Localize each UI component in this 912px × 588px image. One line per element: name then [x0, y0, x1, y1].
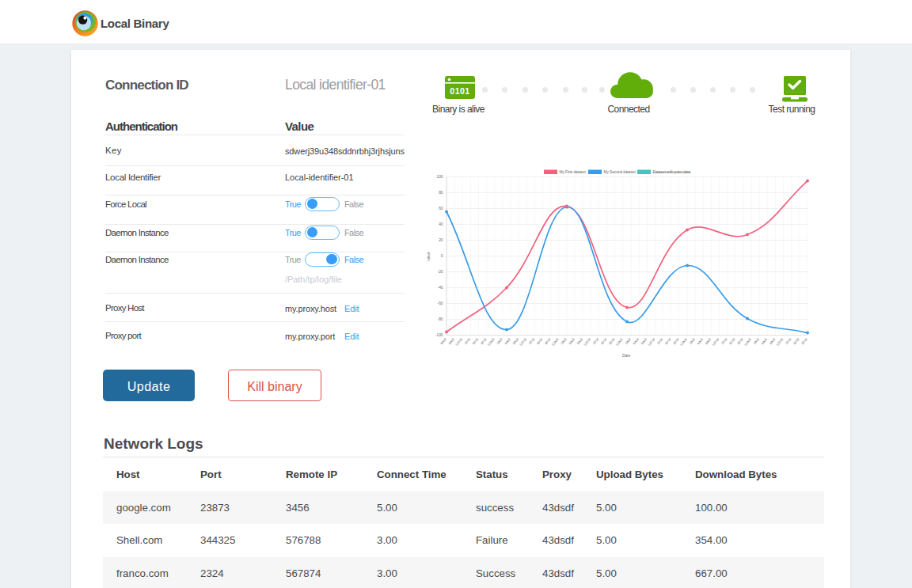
- svg-text:80: 80: [439, 191, 443, 195]
- svg-text:3PM: 3PM: [720, 337, 728, 345]
- svg-text:-20: -20: [438, 270, 443, 274]
- svg-text:12AM: 12AM: [551, 337, 560, 347]
- svg-text:My Second dataset: My Second dataset: [604, 170, 636, 174]
- svg-text:12PM: 12PM: [711, 337, 720, 347]
- svg-text:40: 40: [439, 222, 443, 226]
- svg-text:100: 100: [436, 175, 443, 179]
- svg-text:6AM: 6AM: [568, 337, 576, 345]
- svg-text:12PM: 12PM: [647, 337, 656, 347]
- svg-text:6PM: 6PM: [472, 337, 480, 345]
- svg-text:3PM: 3PM: [656, 337, 664, 345]
- svg-text:60: 60: [439, 207, 443, 211]
- svg-text:6AM: 6AM: [439, 337, 447, 345]
- svg-text:3AM: 3AM: [688, 337, 696, 345]
- svg-text:Date: Date: [622, 354, 630, 358]
- svg-text:value: value: [427, 252, 431, 261]
- svg-text:-100: -100: [435, 333, 443, 337]
- svg-text:20: 20: [439, 238, 443, 242]
- svg-text:12PM: 12PM: [454, 337, 463, 347]
- svg-text:6AM: 6AM: [504, 337, 511, 345]
- svg-text:6PM: 6PM: [664, 337, 672, 345]
- svg-text:-60: -60: [438, 302, 443, 305]
- svg-text:6AM: 6AM: [697, 337, 705, 345]
- svg-text:3AM: 3AM: [560, 337, 568, 345]
- svg-text:12AM: 12AM: [487, 337, 496, 347]
- svg-text:-40: -40: [438, 286, 443, 290]
- svg-text:12AM: 12AM: [679, 337, 688, 347]
- svg-text:6AM: 6AM: [632, 337, 640, 345]
- svg-text:6PM: 6PM: [792, 337, 800, 345]
- svg-text:12AM: 12AM: [743, 337, 752, 347]
- svg-text:3PM: 3PM: [464, 337, 472, 345]
- svg-text:6PM: 6PM: [600, 337, 608, 345]
- svg-text:6PM: 6PM: [536, 337, 544, 345]
- svg-text:3PM: 3PM: [785, 337, 792, 345]
- svg-text:0101: 0101: [450, 86, 469, 96]
- svg-text:3PM: 3PM: [528, 337, 536, 345]
- svg-text:-80: -80: [438, 317, 443, 321]
- svg-text:12AM: 12AM: [615, 337, 624, 347]
- svg-text:0: 0: [441, 254, 443, 258]
- svg-text:3AM: 3AM: [752, 337, 760, 345]
- svg-text:3PM: 3PM: [592, 337, 600, 345]
- svg-text:9PM: 9PM: [800, 337, 808, 345]
- svg-text:My First dataset: My First dataset: [560, 170, 587, 174]
- svg-text:Dataset with point data: Dataset with point data: [653, 170, 691, 174]
- svg-text:12PM: 12PM: [519, 337, 527, 347]
- svg-text:12PM: 12PM: [583, 337, 591, 347]
- svg-text:12PM: 12PM: [775, 337, 784, 347]
- svg-text:3AM: 3AM: [496, 337, 504, 345]
- svg-text:6PM: 6PM: [728, 337, 736, 345]
- svg-text:3AM: 3AM: [624, 337, 632, 345]
- svg-text:6AM: 6AM: [761, 337, 769, 345]
